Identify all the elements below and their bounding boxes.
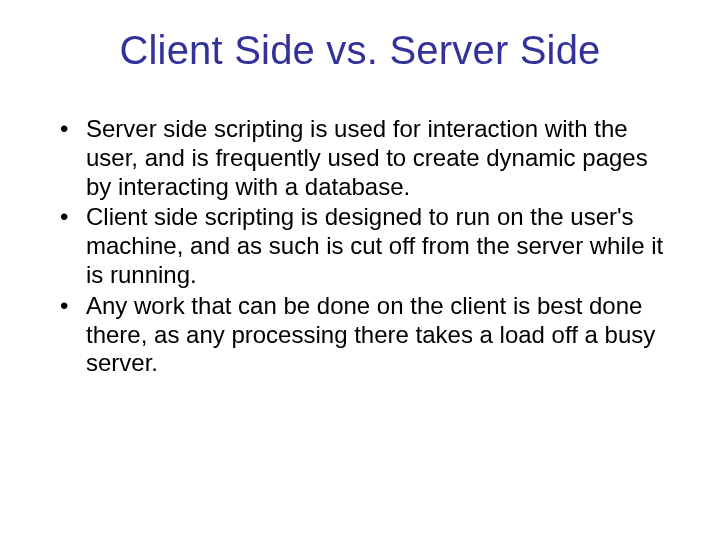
slide: Client Side vs. Server Side Server side … (0, 0, 720, 540)
bullet-list: Server side scripting is used for intera… (50, 115, 670, 378)
list-item: Any work that can be done on the client … (50, 292, 670, 378)
list-item: Server side scripting is used for intera… (50, 115, 670, 201)
slide-title: Client Side vs. Server Side (50, 28, 670, 73)
list-item: Client side scripting is designed to run… (50, 203, 670, 289)
